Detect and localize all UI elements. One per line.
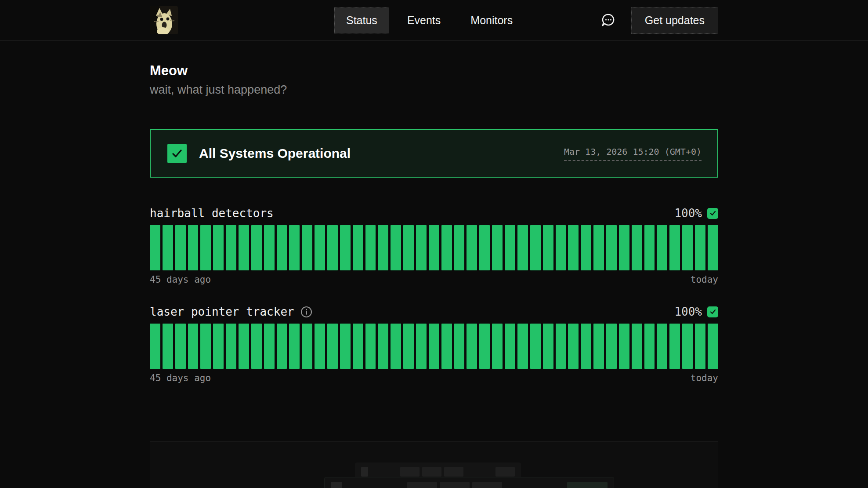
uptime-bar[interactable] (606, 225, 617, 270)
uptime-bar[interactable] (150, 324, 160, 369)
uptime-bar[interactable] (188, 225, 199, 270)
uptime-bar[interactable] (695, 324, 705, 369)
uptime-bar[interactable] (403, 324, 414, 369)
uptime-bar[interactable] (644, 225, 655, 270)
uptime-bar[interactable] (251, 324, 262, 369)
uptime-bar[interactable] (543, 225, 553, 270)
uptime-bar[interactable] (315, 324, 325, 369)
uptime-bar[interactable] (708, 225, 718, 270)
uptime-bar[interactable] (289, 324, 300, 369)
tab-status[interactable]: Status (334, 7, 389, 33)
uptime-bar[interactable] (315, 225, 325, 270)
uptime-bar[interactable] (378, 324, 388, 369)
uptime-bar[interactable] (505, 324, 515, 369)
uptime-bar[interactable] (454, 324, 465, 369)
uptime-bar[interactable] (226, 225, 236, 270)
overall-status-text: All Systems Operational (199, 146, 351, 161)
uptime-bar[interactable] (302, 324, 312, 369)
uptime-bar[interactable] (378, 225, 388, 270)
uptime-bar[interactable] (517, 324, 528, 369)
uptime-bar[interactable] (619, 324, 629, 369)
uptime-bar[interactable] (467, 225, 477, 270)
uptime-bar[interactable] (530, 324, 541, 369)
uptime-bar[interactable] (391, 225, 401, 270)
uptime-bar[interactable] (239, 225, 249, 270)
uptime-bar[interactable] (682, 324, 693, 369)
uptime-bar[interactable] (391, 324, 401, 369)
uptime-bar[interactable] (479, 225, 490, 270)
uptime-bar[interactable] (327, 324, 338, 369)
uptime-bar[interactable] (657, 225, 667, 270)
uptime-bar[interactable] (644, 324, 655, 369)
uptime-bar[interactable] (606, 324, 617, 369)
uptime-bar[interactable] (251, 225, 262, 270)
uptime-bar[interactable] (682, 225, 693, 270)
uptime-bar[interactable] (479, 324, 490, 369)
uptime-bar[interactable] (327, 225, 338, 270)
get-updates-button[interactable]: Get updates (631, 7, 718, 34)
uptime-bar[interactable] (467, 324, 477, 369)
uptime-bar[interactable] (632, 324, 642, 369)
uptime-bar[interactable] (632, 225, 642, 270)
uptime-bar[interactable] (492, 225, 503, 270)
uptime-bar[interactable] (150, 225, 160, 270)
uptime-bar[interactable] (277, 324, 287, 369)
uptime-bar[interactable] (353, 225, 363, 270)
uptime-bar[interactable] (429, 225, 439, 270)
uptime-bar[interactable] (669, 324, 680, 369)
feedback-chat-button[interactable] (600, 12, 616, 28)
uptime-bar[interactable] (213, 324, 224, 369)
tab-monitors[interactable]: Monitors (459, 7, 524, 33)
uptime-bar[interactable] (264, 225, 275, 270)
uptime-bar[interactable] (505, 225, 515, 270)
uptime-bar[interactable] (213, 225, 224, 270)
uptime-bar[interactable] (492, 324, 503, 369)
monitor-info-button[interactable] (300, 306, 312, 318)
uptime-bar[interactable] (441, 324, 452, 369)
uptime-bar[interactable] (163, 324, 173, 369)
uptime-bar[interactable] (277, 225, 287, 270)
uptime-bar[interactable] (416, 324, 427, 369)
tab-events[interactable]: Events (395, 7, 452, 33)
uptime-bar[interactable] (593, 324, 604, 369)
site-logo[interactable] (150, 6, 178, 34)
uptime-bar[interactable] (175, 324, 186, 369)
uptime-bar[interactable] (657, 324, 667, 369)
uptime-bar[interactable] (593, 225, 604, 270)
status-timestamp[interactable]: Mar 13, 2026 15:20 (GMT+0) (564, 146, 702, 161)
uptime-bar[interactable] (581, 225, 591, 270)
uptime-bar[interactable] (188, 324, 199, 369)
uptime-bar[interactable] (302, 225, 312, 270)
uptime-bar[interactable] (264, 324, 275, 369)
uptime-bar[interactable] (226, 324, 236, 369)
uptime-bar[interactable] (441, 225, 452, 270)
uptime-bar[interactable] (581, 324, 591, 369)
uptime-bar[interactable] (403, 225, 414, 270)
uptime-bar[interactable] (556, 225, 566, 270)
uptime-bar[interactable] (353, 324, 363, 369)
uptime-bar[interactable] (200, 225, 211, 270)
uptime-bar[interactable] (568, 324, 579, 369)
uptime-bar[interactable] (429, 324, 439, 369)
status-ok-indicator (167, 144, 187, 163)
uptime-bar[interactable] (340, 225, 351, 270)
uptime-bar[interactable] (365, 324, 376, 369)
uptime-bar[interactable] (365, 225, 376, 270)
uptime-bar[interactable] (289, 225, 300, 270)
uptime-bar[interactable] (163, 225, 173, 270)
uptime-bar[interactable] (669, 225, 680, 270)
uptime-bar[interactable] (416, 225, 427, 270)
uptime-bar[interactable] (556, 324, 566, 369)
uptime-bar[interactable] (200, 324, 211, 369)
uptime-bar[interactable] (340, 324, 351, 369)
uptime-bar[interactable] (619, 225, 629, 270)
uptime-bar[interactable] (530, 225, 541, 270)
uptime-bar[interactable] (708, 324, 718, 369)
uptime-bar[interactable] (543, 324, 553, 369)
uptime-bar[interactable] (175, 225, 186, 270)
uptime-bar[interactable] (239, 324, 249, 369)
uptime-bar[interactable] (454, 225, 465, 270)
uptime-bar[interactable] (695, 225, 705, 270)
uptime-bar[interactable] (568, 225, 579, 270)
uptime-bar[interactable] (517, 225, 528, 270)
